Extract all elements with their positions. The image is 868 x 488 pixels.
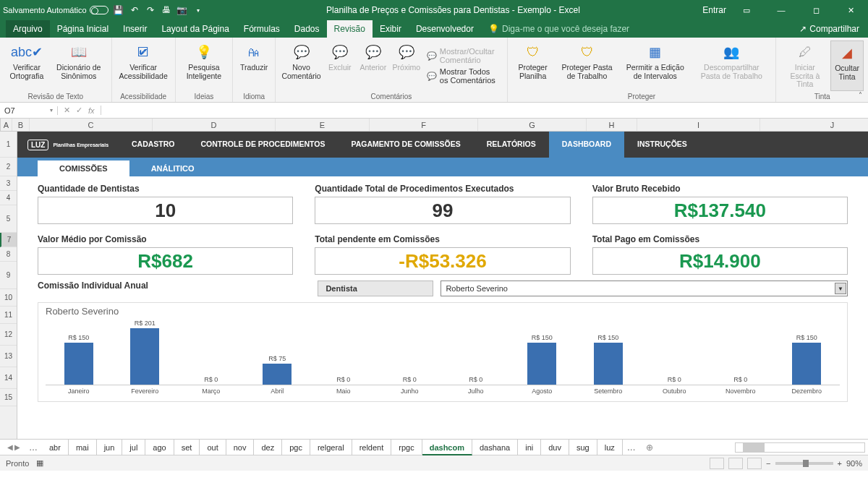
share-button[interactable]: ↗ Compartilhar bbox=[799, 24, 859, 34]
save-icon[interactable]: 💾 bbox=[113, 4, 124, 16]
row-header[interactable]: 14 bbox=[0, 367, 17, 389]
close-icon[interactable]: ✕ bbox=[836, 0, 865, 20]
dentist-dropdown[interactable]: Roberto Severino ▼ bbox=[441, 281, 848, 296]
sheet-tab[interactable]: out bbox=[200, 440, 226, 455]
collapse-ribbon-icon[interactable]: ˄ bbox=[859, 91, 862, 99]
smart-lookup-button[interactable]: 💡Pesquisa Inteligente bbox=[180, 40, 228, 91]
horizontal-scrollbar[interactable] bbox=[735, 442, 865, 453]
row-header[interactable]: 10 bbox=[0, 289, 17, 307]
protect-workbook-button[interactable]: 🛡Proteger Pasta de Trabalho bbox=[556, 40, 619, 91]
redo-icon[interactable]: ↷ bbox=[145, 4, 156, 16]
zoom-slider[interactable] bbox=[775, 462, 833, 465]
signin-link[interactable]: Entrar bbox=[702, 5, 726, 15]
name-box[interactable]: O7▾ bbox=[0, 106, 58, 115]
sheet-tab[interactable]: pgc bbox=[282, 440, 310, 455]
page-break-view-icon[interactable] bbox=[747, 458, 762, 469]
sheet-tab[interactable]: relgeral bbox=[310, 440, 352, 455]
print-icon[interactable]: 🖶 bbox=[161, 4, 172, 16]
add-sheet-icon[interactable]: ⊕ bbox=[640, 442, 659, 453]
column-header[interactable]: J bbox=[760, 119, 868, 131]
sheet-tab[interactable]: nov bbox=[226, 440, 255, 455]
nav-controle[interactable]: CONTROLE DE PROCEDIMENTOS bbox=[188, 132, 339, 158]
nav-dashboard[interactable]: DASHBOARD bbox=[549, 132, 624, 158]
row-header[interactable]: 7 bbox=[0, 233, 17, 247]
zoom-level[interactable]: 90% bbox=[846, 459, 862, 468]
protect-sheet-button[interactable]: 🛡Proteger Planilha bbox=[512, 40, 554, 91]
nav-instrucoes[interactable]: INSTRUÇÕES bbox=[624, 132, 700, 158]
column-header[interactable]: F bbox=[370, 119, 478, 131]
row-header[interactable]: 2 bbox=[0, 158, 17, 176]
tab-review[interactable]: Revisão bbox=[327, 20, 373, 38]
camera-icon[interactable]: 📷 bbox=[176, 4, 188, 16]
macro-icon[interactable]: ▦ bbox=[36, 458, 43, 468]
tab-layout[interactable]: Layout da Página bbox=[154, 20, 236, 38]
sheet-tab[interactable]: ini bbox=[518, 440, 541, 455]
row-header[interactable]: 1 bbox=[0, 132, 17, 158]
column-header[interactable]: I bbox=[637, 119, 760, 131]
enter-formula-icon[interactable]: ✓ bbox=[76, 106, 82, 115]
ink-hide-button[interactable]: ◢Ocultar Tinta bbox=[830, 40, 864, 91]
column-header[interactable]: E bbox=[276, 119, 370, 131]
nav-relatorios[interactable]: RELATÓRIOS bbox=[474, 132, 549, 158]
sheet-tab[interactable]: jun bbox=[97, 440, 123, 455]
maximize-icon[interactable]: ◻ bbox=[801, 0, 830, 20]
sheet-tab[interactable]: luz bbox=[597, 440, 623, 455]
minimize-icon[interactable]: — bbox=[767, 0, 796, 20]
sheet-tab[interactable]: ago bbox=[145, 440, 174, 455]
tab-file[interactable]: Arquivo bbox=[6, 20, 50, 38]
sheet-tab[interactable]: duv bbox=[541, 440, 569, 455]
accessibility-button[interactable]: 🗹Verificar Acessibilidade bbox=[116, 40, 171, 91]
row-header[interactable]: 13 bbox=[0, 346, 17, 367]
fx-icon[interactable]: fx bbox=[88, 106, 95, 115]
tab-data[interactable]: Dados bbox=[287, 20, 327, 38]
nav-pagamento[interactable]: PAGAMENTO DE COMISSÕES bbox=[338, 132, 473, 158]
nav-cadastro[interactable]: CADASTRO bbox=[119, 132, 188, 158]
row-header[interactable]: 5 bbox=[0, 205, 17, 233]
row-header[interactable]: 9 bbox=[0, 262, 17, 289]
cancel-formula-icon[interactable]: ✕ bbox=[64, 106, 70, 115]
sheet-content[interactable]: LUZ Planilhas Empresariais CADASTRO CONT… bbox=[17, 132, 868, 439]
qat-dropdown-icon[interactable]: ▾ bbox=[192, 4, 204, 16]
tab-overflow[interactable]: … bbox=[623, 442, 640, 453]
translate-button[interactable]: 🗛Traduzir bbox=[237, 40, 271, 91]
tab-developer[interactable]: Desenvolvedor bbox=[409, 20, 481, 38]
row-header[interactable]: 15 bbox=[0, 389, 17, 406]
column-header[interactable]: C bbox=[30, 119, 153, 131]
page-layout-view-icon[interactable] bbox=[728, 458, 743, 469]
sheet-tab[interactable]: rpgc bbox=[391, 440, 422, 455]
row-header[interactable]: 12 bbox=[0, 324, 17, 346]
sheet-tab[interactable]: dashcom bbox=[422, 440, 472, 455]
undo-icon[interactable]: ↶ bbox=[129, 4, 140, 16]
sheet-tab[interactable]: set bbox=[174, 440, 200, 455]
column-header[interactable]: H bbox=[587, 119, 637, 131]
select-all-cell[interactable] bbox=[0, 119, 1, 131]
subtab-comissoes[interactable]: COMISSÕES bbox=[38, 160, 129, 176]
tab-view[interactable]: Exibir bbox=[373, 20, 409, 38]
subtab-analitico[interactable]: ANÁLITICO bbox=[129, 160, 216, 176]
normal-view-icon[interactable] bbox=[710, 458, 724, 469]
show-all-comments[interactable]: 💬Mostrar Todos os Comentários bbox=[424, 67, 503, 85]
sheet-tab[interactable]: jul bbox=[122, 440, 145, 455]
autosave-toggle[interactable]: Salvamento Automático bbox=[3, 6, 109, 14]
tab-home[interactable]: Página Inicial bbox=[50, 20, 116, 38]
tell-me[interactable]: 💡 Diga-me o que você deseja fazer bbox=[481, 20, 637, 38]
sheet-tab[interactable]: dez bbox=[254, 440, 282, 455]
tab-nav-next-icon[interactable]: ▶ bbox=[14, 443, 20, 451]
sheet-tab[interactable]: abr bbox=[42, 440, 69, 455]
new-comment-button[interactable]: 💬Novo Comentário bbox=[280, 40, 323, 91]
zoom-out-icon[interactable]: − bbox=[766, 459, 770, 468]
column-header[interactable]: B bbox=[12, 119, 30, 131]
sheet-tab[interactable]: sug bbox=[569, 440, 597, 455]
spelling-button[interactable]: abc✔Verificar Ortografia bbox=[4, 40, 49, 91]
tab-overflow[interactable]: … bbox=[25, 442, 42, 453]
tab-nav-prev-icon[interactable]: ◀ bbox=[7, 443, 13, 451]
row-header[interactable]: 3 bbox=[0, 176, 17, 191]
thesaurus-button[interactable]: 📖Dicionário de Sinônimos bbox=[51, 40, 107, 91]
column-header[interactable]: D bbox=[153, 119, 276, 131]
tab-formulas[interactable]: Fórmulas bbox=[237, 20, 287, 38]
tab-insert[interactable]: Inserir bbox=[116, 20, 154, 38]
sheet-tab[interactable]: dashana bbox=[472, 440, 518, 455]
row-header[interactable]: 4 bbox=[0, 191, 17, 205]
allow-ranges-button[interactable]: ▦Permitir a Edição de Intervalos bbox=[620, 40, 690, 91]
column-header[interactable]: G bbox=[478, 119, 587, 131]
